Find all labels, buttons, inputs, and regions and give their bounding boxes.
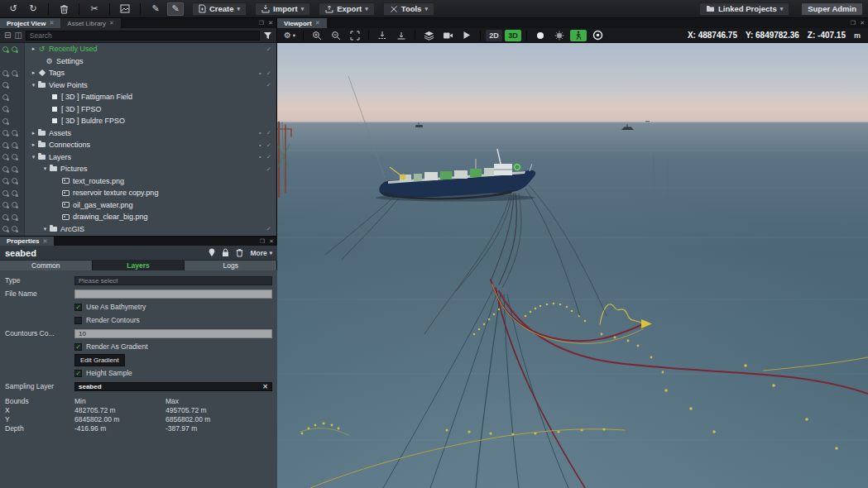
tree-item-viewpoint-fattigman[interactable]: [ 3D ] Fattigman Field <box>25 91 276 103</box>
close-icon[interactable]: ✕ <box>315 20 320 26</box>
visibility-3d-icon[interactable] <box>12 190 17 196</box>
contours-count-input[interactable]: 10 <box>74 329 272 338</box>
visibility-3d-icon[interactable] <box>12 226 17 232</box>
render-as-gradient-checkbox[interactable]: ✓ <box>74 343 82 351</box>
visibility-2d-icon[interactable] <box>2 130 8 136</box>
visibility-3d-icon[interactable] <box>12 70 17 76</box>
tab-project-view[interactable]: Project View ✕ <box>0 18 60 28</box>
visibility-2d-icon[interactable] <box>2 202 8 208</box>
close-icon[interactable]: ✕ <box>43 238 48 245</box>
render-contours-checkbox[interactable] <box>74 317 82 324</box>
create-button[interactable]: Create ▾ <box>192 2 247 16</box>
visibility-3d-icon[interactable] <box>12 214 17 220</box>
close-icon[interactable]: ✕ <box>860 20 865 26</box>
close-icon[interactable]: ✕ <box>269 238 274 245</box>
visibility-2d-icon[interactable] <box>2 190 8 196</box>
visibility-3d-icon[interactable] <box>12 46 17 52</box>
visibility-2d-icon[interactable] <box>2 226 8 232</box>
tree-item-pictures[interactable]: ▾ Pictures ✓ <box>25 163 276 175</box>
tree-item-layers[interactable]: ▾ Layers •✓ <box>25 151 276 164</box>
3d-scene[interactable] <box>277 43 868 488</box>
search-input[interactable] <box>26 31 260 41</box>
viewport-settings-button[interactable]: ⚙ ▾ <box>281 29 298 41</box>
visibility-3d-icon[interactable] <box>12 154 17 160</box>
delete-icon[interactable] <box>55 2 72 16</box>
tree-item-settings[interactable]: ⚙ Settings <box>25 55 276 68</box>
height-sample-checkbox[interactable]: ✓ <box>74 370 82 377</box>
orbit-mode-icon[interactable] <box>589 29 606 41</box>
chevron-down-icon[interactable]: ▾ <box>41 165 49 172</box>
visibility-3d-icon[interactable] <box>12 130 17 136</box>
mode-2d-button[interactable]: 2D <box>486 30 502 41</box>
trash-icon[interactable] <box>236 248 243 257</box>
expand-all-icon[interactable]: ◫ <box>14 31 22 40</box>
collapse-all-icon[interactable]: ⊟ <box>4 31 11 40</box>
play-icon[interactable] <box>458 29 475 41</box>
tree-item-viewpoint-fpso[interactable]: [ 3D ] FPSO <box>25 103 276 116</box>
restore-icon[interactable]: ❐ <box>259 20 264 26</box>
restore-icon[interactable]: ❐ <box>260 238 265 245</box>
chevron-right-icon[interactable]: ▸ <box>30 130 37 136</box>
more-button[interactable]: More ▾ <box>250 249 272 257</box>
visibility-2d-icon[interactable] <box>2 214 8 220</box>
tab-common[interactable]: Common <box>0 261 93 270</box>
close-icon[interactable]: ✕ <box>49 20 54 26</box>
visibility-2d-icon[interactable] <box>2 154 8 160</box>
image-tool-icon[interactable] <box>117 2 133 16</box>
tree-item-assets[interactable]: ▸ Assets •✓ <box>25 127 276 140</box>
clear-icon[interactable]: ✕ <box>262 383 268 390</box>
use-as-bathymetry-checkbox[interactable]: ✓ <box>74 304 82 311</box>
chevron-right-icon[interactable]: ▸ <box>30 141 37 148</box>
layers-icon[interactable] <box>420 29 437 41</box>
file-name-input[interactable] <box>74 289 272 299</box>
redo-icon[interactable]: ↻ <box>25 2 41 16</box>
map-pin-icon[interactable] <box>209 248 215 257</box>
walk-mode-button[interactable] <box>570 30 587 41</box>
camera-icon[interactable] <box>439 29 456 41</box>
close-icon[interactable]: ✕ <box>109 20 114 26</box>
super-admin-button[interactable]: Super Admin <box>801 2 863 16</box>
zoom-out-icon[interactable] <box>328 29 344 41</box>
tree-item-reservoir-texture[interactable]: reservoir texture copy.png <box>25 187 276 199</box>
tree-item-recently-used[interactable]: ▸ ↺ Recently Used ✓ <box>25 43 276 55</box>
visibility-2d-icon[interactable] <box>2 178 8 184</box>
tab-layers[interactable]: Layers <box>93 261 185 270</box>
tree-item-text-routes[interactable]: text_routes.png <box>25 175 276 188</box>
visibility-3d-icon[interactable] <box>12 178 17 184</box>
tree-item-connections[interactable]: ▸ Connections •✓ <box>25 139 276 151</box>
chevron-right-icon[interactable]: ▸ <box>30 45 37 52</box>
tab-asset-library[interactable]: Asset Library ✕ <box>60 18 121 28</box>
visibility-2d-icon[interactable] <box>2 70 8 76</box>
lock-icon[interactable] <box>222 248 229 257</box>
filter-icon[interactable] <box>263 31 272 40</box>
tab-logs[interactable]: Logs <box>185 261 277 270</box>
visibility-2d-icon[interactable] <box>2 142 8 148</box>
edit-gradient-button[interactable]: Edit Gradient <box>74 354 125 366</box>
visibility-3d-icon[interactable] <box>12 202 17 208</box>
visibility-2d-icon[interactable] <box>2 46 8 52</box>
visibility-2d-icon[interactable] <box>2 166 8 172</box>
mode-3d-button[interactable]: 3D <box>505 30 521 41</box>
sun-light-icon[interactable] <box>532 29 549 41</box>
snap-to-surface-icon[interactable] <box>393 29 410 41</box>
export-button[interactable]: Export ▾ <box>319 2 375 16</box>
tree-item-drawing-clear-big[interactable]: drawing_clear_big.png <box>25 211 276 223</box>
chevron-right-icon[interactable]: ▸ <box>30 69 37 76</box>
visibility-3d-icon[interactable] <box>12 166 17 172</box>
tab-viewport[interactable]: Viewport ✕ <box>277 18 327 28</box>
tools-button[interactable]: Tools ▾ <box>383 2 434 16</box>
chevron-down-icon[interactable]: ▾ <box>30 154 37 160</box>
cut-icon[interactable]: ✂ <box>86 2 103 16</box>
close-icon[interactable]: ✕ <box>268 20 273 26</box>
tree-item-view-points[interactable]: ▾ View Points ✓ <box>25 79 276 92</box>
visibility-2d-icon[interactable] <box>2 94 8 100</box>
restore-icon[interactable]: ❐ <box>851 20 856 26</box>
chevron-down-icon[interactable]: ▾ <box>41 226 49 232</box>
visibility-3d-icon[interactable] <box>12 142 17 148</box>
fit-view-icon[interactable] <box>347 29 363 41</box>
zoom-in-icon[interactable] <box>309 29 325 41</box>
sampling-layer-input[interactable]: seabed ✕ <box>74 382 272 391</box>
tab-properties[interactable]: Properties ✕ <box>0 237 54 246</box>
edit-icon[interactable]: ✎ <box>167 2 184 16</box>
draw-icon[interactable]: ✎ <box>147 2 164 16</box>
